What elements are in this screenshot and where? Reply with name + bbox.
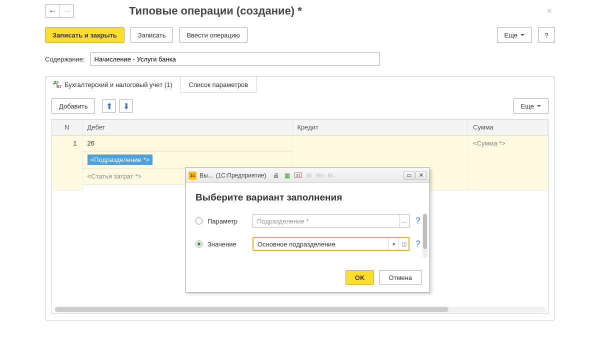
value-help-icon[interactable]: ? (414, 240, 422, 248)
memory-mminus-button[interactable]: M- (326, 171, 336, 180)
debit-account-cell[interactable]: 26 (82, 136, 292, 152)
save-button[interactable]: Записать (130, 27, 174, 43)
calculator-icon[interactable]: ▦ (282, 171, 292, 180)
dialog-title-long: (1С:Предприятие) (216, 172, 266, 179)
add-button[interactable]: Добавить (52, 98, 95, 114)
value-combo-open-button[interactable]: ◫ (398, 238, 408, 250)
content-input[interactable] (90, 52, 380, 66)
radio-value[interactable] (196, 240, 202, 248)
tab-accounting[interactable]: ДтКт Бухгалтерский и налоговый учет (1) (45, 76, 181, 93)
close-icon[interactable]: × (544, 6, 555, 16)
col-debit-header[interactable]: Дебет (82, 120, 292, 136)
radio-parameter[interactable] (196, 218, 202, 224)
col-sum-header[interactable]: Сумма (468, 120, 548, 136)
parameter-combo-text: Подразделение * (253, 218, 399, 225)
dialog-heading: Выберите вариант заполнения (196, 192, 422, 203)
parameter-combo[interactable]: Подразделение * ... (252, 214, 410, 228)
fill-variant-dialog: 1c Вы... (1С:Предприятие) 🖨 ▦ 31 M M+ M-… (185, 168, 430, 292)
col-credit-header[interactable]: Кредит (292, 120, 468, 136)
memory-mplus-button[interactable]: M+ (315, 171, 325, 180)
dialog-title-short: Вы... (200, 172, 213, 179)
dialog-ok-button[interactable]: OK (346, 270, 374, 285)
tab-parameters[interactable]: Список параметров (180, 76, 257, 93)
parameter-combo-more-button[interactable]: ... (399, 214, 409, 228)
arrow-down-icon: ⬇ (123, 102, 130, 111)
radio-parameter-label: Параметр (208, 218, 248, 225)
dialog-minimize-button[interactable]: ▭ (404, 171, 414, 180)
nav-buttons: ← → (45, 4, 74, 18)
more-button[interactable]: Еще (497, 27, 532, 43)
nav-back-button[interactable]: ← (46, 4, 60, 18)
tab-accounting-label: Бухгалтерский и налоговый учет (1) (64, 81, 172, 88)
debit-subdivision-cell[interactable]: <Подразделение *> (88, 154, 153, 165)
sum-cell[interactable]: <Сумма *> (468, 136, 548, 190)
move-down-button[interactable]: ⬇ (119, 99, 133, 113)
dialog-close-button[interactable]: ✕ (416, 171, 426, 180)
row-number: 1 (52, 136, 82, 190)
panel-more-button[interactable]: Еще (514, 98, 548, 114)
save-and-close-button[interactable]: Записать и закрыть (45, 27, 124, 43)
calendar-icon[interactable]: 31 (293, 171, 303, 180)
move-up-button[interactable]: ⬆ (102, 99, 116, 113)
horizontal-scrollbar[interactable] (54, 306, 546, 312)
debit-subdivision-cell-wrap[interactable]: <Подразделение *> (82, 152, 292, 168)
dialog-scrollbar[interactable] (422, 213, 428, 258)
dialog-cancel-button[interactable]: Отмена (379, 270, 422, 285)
content-label: Содержание: (45, 56, 85, 63)
value-combo-dropdown-button[interactable]: ▾ (388, 238, 398, 250)
app-1c-icon: 1c (188, 172, 196, 180)
parameter-help-icon[interactable]: ? (414, 216, 422, 226)
col-n-header[interactable]: N (52, 120, 82, 136)
print-icon[interactable]: 🖨 (271, 171, 281, 180)
value-combo-text: Основное подразделение (254, 240, 388, 248)
help-button[interactable]: ? (538, 27, 555, 43)
value-combo[interactable]: Основное подразделение ▾ ◫ (252, 237, 410, 251)
enter-operation-button[interactable]: Ввести операцию (179, 27, 247, 43)
dt-kt-icon: ДтКт (54, 80, 62, 88)
radio-value-label: Значение (208, 240, 248, 248)
nav-forward-button[interactable]: → (60, 4, 74, 18)
memory-m-button[interactable]: M (304, 171, 314, 180)
arrow-up-icon: ⬆ (106, 102, 112, 111)
page-title: Типовые операции (создание) * (129, 4, 302, 18)
tab-parameters-label: Список параметров (189, 81, 248, 88)
